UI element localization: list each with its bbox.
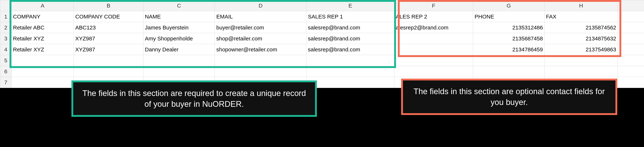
cell[interactable]: 2135687458 [473,33,544,44]
cell[interactable]: salesrep@brand.com [306,44,394,55]
cell[interactable]: EMAIL [215,11,306,22]
cell[interactable]: alesrep2@brand.com [394,22,473,33]
corner-cell[interactable] [0,0,12,11]
sheet-table: A B C D E F G H 1 COMPANY COMPANY CODE N… [0,0,644,88]
cell[interactable] [618,66,644,77]
optional-fields-callout: The fields in this section are optional … [401,79,617,115]
cell[interactable] [544,66,618,77]
cell[interactable]: Retailer XYZ [12,33,74,44]
cell[interactable] [12,66,74,77]
cell[interactable] [215,55,306,66]
cell[interactable] [74,55,144,66]
cell[interactable] [12,55,74,66]
cell[interactable] [144,55,215,66]
cell[interactable]: COMPANY CODE [74,11,144,22]
cell[interactable]: 2135874562 [544,22,618,33]
cell[interactable]: 2137549863 [544,44,618,55]
cell[interactable]: Amy Shoppenholde [144,33,215,44]
row-header[interactable]: 5 [0,55,12,66]
cell[interactable]: FAX [544,11,618,22]
cell[interactable]: shopowner@retailer.com [215,44,306,55]
row-header[interactable]: 4 [0,44,12,55]
spreadsheet: A B C D E F G H 1 COMPANY COMPANY CODE N… [0,0,644,88]
cell[interactable] [306,77,394,88]
cell[interactable] [618,11,644,22]
cell[interactable] [473,66,544,77]
table-row: 3 Retailer XYZ XYZ987 Amy Shoppenholde s… [0,33,644,44]
cell[interactable] [618,44,644,55]
cell[interactable] [394,55,473,66]
cell[interactable]: 2134786459 [473,44,544,55]
col-header-B[interactable]: B [74,0,144,11]
cell[interactable] [215,66,306,77]
cell[interactable]: NAME [144,11,215,22]
cell[interactable]: ABC123 [74,22,144,33]
cell[interactable] [144,66,215,77]
col-header-G[interactable]: G [473,0,544,11]
cell[interactable] [394,44,473,55]
cell[interactable] [12,77,74,88]
table-row: 1 COMPANY COMPANY CODE NAME EMAIL SALES … [0,11,644,22]
table-row: 6 [0,66,644,77]
col-header-F[interactable]: F [394,0,473,11]
cell[interactable]: 2134875632 [544,33,618,44]
col-header-D[interactable]: D [215,0,306,11]
table-row: 5 [0,55,644,66]
column-header-row: A B C D E F G H [0,0,644,11]
cell[interactable]: Retailer ABC [12,22,74,33]
cell[interactable] [306,66,394,77]
cell[interactable] [394,66,473,77]
cell[interactable]: salesrep@brand.com [306,22,394,33]
cell[interactable]: COMPANY [12,11,74,22]
cell[interactable]: Danny Dealer [144,44,215,55]
cell[interactable]: shop@retailer.com [215,33,306,44]
cell[interactable]: XYZ987 [74,33,144,44]
col-header-I[interactable] [618,0,644,11]
cell[interactable]: salesrep@brand.com [306,33,394,44]
row-header[interactable]: 7 [0,77,12,88]
row-header[interactable]: 1 [0,11,12,22]
cell[interactable]: SALES REP 1 [306,11,394,22]
row-header[interactable]: 2 [0,22,12,33]
cell[interactable] [473,55,544,66]
cell[interactable] [618,77,644,88]
cell[interactable]: 2135312486 [473,22,544,33]
col-header-H[interactable]: H [544,0,618,11]
cell[interactable] [306,55,394,66]
cell[interactable] [74,66,144,77]
cell[interactable] [618,22,644,33]
col-header-C[interactable]: C [144,0,215,11]
cell[interactable] [544,55,618,66]
cell[interactable]: James Buyerstein [144,22,215,33]
col-header-E[interactable]: E [306,0,394,11]
row-header[interactable]: 6 [0,66,12,77]
cell[interactable]: buyer@retailer.com [215,22,306,33]
table-row: 4 Retailer XYZ XYZ987 Danny Dealer shopo… [0,44,644,55]
cell[interactable]: ALES REP 2 [394,11,473,22]
cell[interactable]: Retailer XYZ [12,44,74,55]
cell[interactable] [394,33,473,44]
cell[interactable] [618,55,644,66]
table-row: 2 Retailer ABC ABC123 James Buyerstein b… [0,22,644,33]
col-header-A[interactable]: A [12,0,74,11]
cell[interactable] [618,33,644,44]
required-fields-callout: The fields in this section are required … [72,80,317,117]
cell[interactable]: XYZ987 [74,44,144,55]
cell[interactable]: PHONE [473,11,544,22]
row-header[interactable]: 3 [0,33,12,44]
